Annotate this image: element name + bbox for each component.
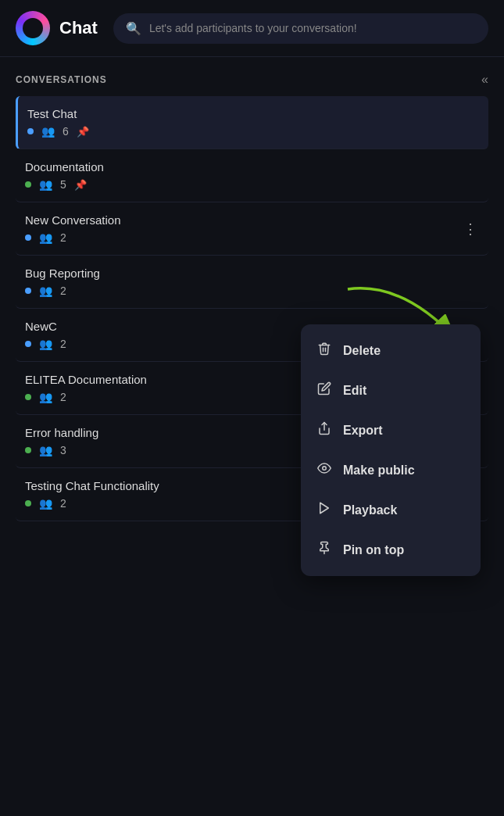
conversations-section-label: CONVERSATIONS: [16, 74, 107, 85]
status-dot: [25, 234, 31, 241]
play-icon: [316, 501, 332, 519]
status-dot: [27, 128, 34, 134]
search-icon: 🔍: [126, 21, 141, 36]
pin-icon: 📌: [77, 126, 89, 138]
conversation-meta: 👥 6 📌: [27, 125, 479, 138]
list-item[interactable]: Documentation 👥 5 📌: [16, 149, 488, 202]
members-icon: 👥: [39, 497, 52, 510]
conversation-meta: 👥 5 📌: [25, 178, 479, 191]
svg-point-2: [323, 467, 327, 471]
more-options-icon[interactable]: ⋮: [463, 220, 477, 238]
member-count: 2: [60, 338, 66, 350]
app-logo: [16, 11, 50, 45]
search-placeholder: Let's add participants to your conversat…: [149, 22, 357, 34]
context-menu: Delete Edit Export Make public: [301, 324, 481, 576]
member-count: 6: [63, 125, 69, 138]
status-dot: [25, 500, 31, 506]
conversation-meta: 👥 2: [25, 231, 479, 244]
conversation-name: New Conversation: [25, 213, 479, 227]
conversation-name: Documentation: [25, 160, 479, 174]
export-icon: [316, 421, 332, 439]
members-icon: 👥: [41, 125, 55, 138]
conversations-header: CONVERSATIONS «: [16, 57, 488, 96]
member-count: 2: [60, 231, 66, 244]
members-icon: 👥: [39, 231, 52, 244]
members-icon: 👥: [39, 391, 52, 403]
pin-icon: 📌: [74, 179, 87, 191]
members-icon: 👥: [39, 338, 52, 350]
menu-item-label: Delete: [343, 344, 381, 358]
status-dot: [25, 394, 31, 400]
app-header: Chat 🔍 Let's add participants to your co…: [0, 0, 504, 57]
member-count: 2: [60, 391, 66, 403]
members-icon: 👥: [39, 285, 52, 297]
status-dot: [25, 341, 31, 347]
menu-item-label: Edit: [343, 384, 366, 398]
edit-icon: [316, 381, 332, 399]
member-count: 5: [60, 178, 66, 191]
menu-item-delete[interactable]: Delete: [301, 331, 481, 370]
menu-item-playback[interactable]: Playback: [301, 490, 481, 530]
menu-item-label: Playback: [343, 503, 397, 517]
menu-item-label: Make public: [343, 463, 415, 478]
members-icon: 👥: [39, 444, 52, 456]
member-count: 2: [60, 497, 66, 510]
search-bar[interactable]: 🔍 Let's add participants to your convers…: [113, 13, 488, 44]
members-icon: 👥: [39, 178, 52, 191]
member-count: 2: [60, 285, 66, 297]
trash-icon: [316, 342, 332, 360]
menu-item-pin-on-top[interactable]: Pin on top: [301, 530, 481, 570]
menu-item-make-public[interactable]: Make public: [301, 450, 481, 490]
conversation-meta: 👥 2: [25, 285, 479, 297]
pin-icon: [316, 541, 332, 559]
menu-item-label: Pin on top: [343, 543, 404, 557]
list-item[interactable]: Bug Reporting 👥 2: [16, 256, 488, 309]
app-title: Chat: [59, 18, 98, 38]
status-dot: [25, 181, 31, 188]
status-dot: [25, 447, 31, 453]
svg-marker-3: [320, 503, 329, 514]
menu-item-edit[interactable]: Edit: [301, 370, 481, 410]
eye-icon: [316, 461, 332, 479]
status-dot: [25, 288, 31, 294]
menu-item-export[interactable]: Export: [301, 410, 481, 450]
member-count: 3: [60, 444, 66, 456]
list-item[interactable]: New Conversation 👥 2 ⋮: [16, 202, 488, 256]
collapse-icon[interactable]: «: [481, 73, 488, 87]
menu-item-label: Export: [343, 424, 383, 438]
conversation-name: Test Chat: [27, 107, 479, 120]
conversation-name: Bug Reporting: [25, 267, 479, 280]
list-item[interactable]: Test Chat 👥 6 📌: [16, 96, 488, 149]
